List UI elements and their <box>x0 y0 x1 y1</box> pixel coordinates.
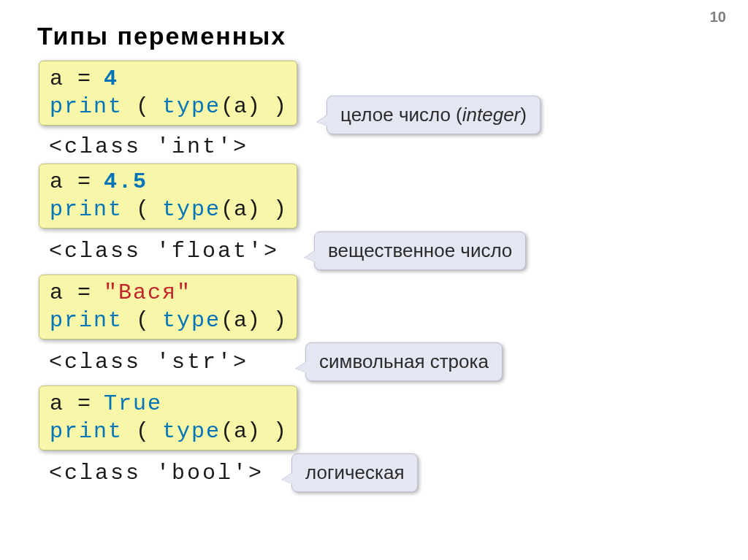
type-fn: type <box>162 197 221 222</box>
int-value: 4 <box>104 66 118 91</box>
equals: = <box>64 169 104 194</box>
print-fn: print <box>50 419 123 444</box>
callout-suffix: ) <box>520 104 527 126</box>
example-int: a = 4 print ( type(a) ) целое число (int… <box>39 61 715 159</box>
output-float: <class 'float'> <box>39 239 279 264</box>
str-value: "Вася" <box>104 280 191 305</box>
var-name: a <box>50 280 64 305</box>
paren: ( <box>123 197 162 222</box>
output-str: <class 'str'> <box>39 350 248 375</box>
paren: ( <box>123 308 162 333</box>
callout-float: вещественное число <box>314 231 526 270</box>
arg: (a) <box>221 419 260 444</box>
arg: (a) <box>221 197 260 222</box>
paren: ( <box>123 94 162 119</box>
paren-close: ) <box>260 94 286 119</box>
example-bool: a = True print ( type(a) ) <class 'bool'… <box>39 386 715 492</box>
callout-bool: логическая <box>291 453 418 492</box>
output-int: <class 'int'> <box>39 134 248 159</box>
equals: = <box>64 280 104 305</box>
page-number: 10 <box>710 9 726 26</box>
callout-int: целое число (integer) <box>327 96 541 134</box>
equals: = <box>64 391 104 416</box>
print-fn: print <box>50 308 123 333</box>
example-float: a = 4.5 print ( type(a) ) <class 'float'… <box>39 164 715 270</box>
var-name: a <box>50 66 64 91</box>
type-fn: type <box>162 94 221 119</box>
content-area: a = 4 print ( type(a) ) целое число (int… <box>39 61 715 492</box>
print-fn: print <box>50 94 123 119</box>
callout-text: целое число ( <box>340 104 462 126</box>
paren-close: ) <box>260 308 286 333</box>
output-bool: <class 'bool'> <box>39 461 264 486</box>
paren-close: ) <box>260 197 286 222</box>
page-title: Типы переменных <box>37 22 715 50</box>
code-box-float: a = 4.5 print ( type(a) ) <box>39 164 297 229</box>
arg: (a) <box>221 94 260 119</box>
print-fn: print <box>50 197 123 222</box>
equals: = <box>64 66 104 91</box>
code-box-bool: a = True print ( type(a) ) <box>39 386 297 450</box>
var-name: a <box>50 391 64 416</box>
type-fn: type <box>162 308 221 333</box>
bool-value: True <box>104 391 162 416</box>
code-box-str: a = "Вася" print ( type(a) ) <box>39 275 297 340</box>
float-value: 4.5 <box>104 169 148 194</box>
callout-str: символьная строка <box>305 342 503 381</box>
var-name: a <box>50 169 64 194</box>
example-str: a = "Вася" print ( type(a) ) <class 'str… <box>39 275 715 381</box>
callout-italic: integer <box>462 104 521 126</box>
type-fn: type <box>162 419 221 444</box>
code-box-int: a = 4 print ( type(a) ) <box>39 61 297 126</box>
paren-close: ) <box>260 419 286 444</box>
arg: (a) <box>221 308 260 333</box>
paren: ( <box>123 419 162 444</box>
